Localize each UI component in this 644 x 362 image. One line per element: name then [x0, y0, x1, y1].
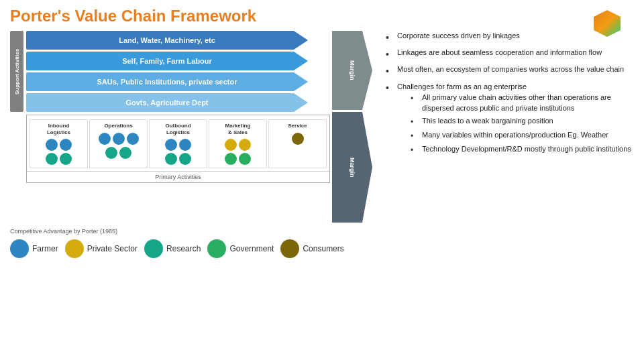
sub-bullet-text-2: This leads to a weak bargaining position: [422, 116, 634, 128]
activity-inbound: InboundLogistics: [30, 119, 88, 168]
logo-area: [594, 10, 627, 44]
legend-item-private: Private Sector: [65, 239, 138, 258]
legend-item-govt: Government: [207, 239, 274, 258]
logo-hexagon: [594, 10, 621, 37]
circle-research: [46, 153, 58, 165]
sub-bullet-3: • Many variables within operations/produ…: [411, 130, 634, 142]
sub-bullet-text-1: All primary value chain activities other…: [422, 93, 634, 114]
support-row-self: Self, Family, Farm Labour: [26, 52, 308, 70]
circle-farmer: [127, 133, 139, 145]
support-rows: Land, Water, Machinery, etc Self, Family…: [26, 31, 330, 112]
legend-item-research: Research: [144, 239, 201, 258]
primary-label: Primary Activities: [27, 171, 329, 182]
legend-label-farmer: Farmer: [32, 244, 58, 253]
margin-bottom: Margin: [332, 112, 372, 223]
bullet-text-4: Challenges for farm as an ag enterprise: [397, 82, 527, 90]
margin-section: Margin Margin: [332, 31, 372, 223]
primary-activities-box: InboundLogistics: [26, 115, 330, 183]
legend-label-private: Private Sector: [87, 244, 138, 253]
sub-bullet-1: • All primary value chain activities oth…: [411, 93, 634, 114]
bullet-text-2: Linkages are about seamless cooperation …: [397, 48, 634, 62]
spacer: [10, 115, 23, 183]
circle-farmer: [99, 133, 111, 145]
legend-circle-consumer: [280, 239, 299, 258]
sub-bullet-text-3: Many variables within operations/product…: [422, 130, 634, 142]
activity-marketing: Marketing& Sales: [209, 119, 267, 168]
circle-govt: [239, 153, 251, 165]
circle-research: [179, 153, 191, 165]
support-row-saus: SAUs, Public Institutions, private secto…: [26, 72, 308, 91]
circle-research: [105, 147, 117, 159]
circle-research: [60, 153, 72, 165]
legend-label-consumer: Consumers: [303, 244, 343, 253]
legend: Competitive Advantage by Porter (1985) F…: [10, 228, 372, 258]
circle-farmer: [113, 133, 125, 145]
legend-title: Competitive Advantage by Porter (1985): [10, 228, 372, 235]
sub-bullets: • All primary value chain activities oth…: [411, 93, 634, 156]
circle-private: [239, 139, 251, 151]
circle-private: [225, 139, 237, 151]
circle-govt: [225, 153, 237, 165]
circle-consumer: [292, 133, 304, 145]
circle-farmer: [60, 139, 72, 151]
support-label: Support Activities: [10, 31, 23, 112]
legend-label-research: Research: [166, 244, 201, 253]
legend-label-govt: Government: [229, 244, 274, 253]
circle-farmer: [179, 139, 191, 151]
legend-circle-private: [65, 239, 84, 258]
bullet-2: • Linkages are about seamless cooperatio…: [386, 48, 634, 62]
legend-circle-farmer: [10, 239, 29, 258]
circle-research: [165, 153, 177, 165]
support-row-govts: Govts, Agriculture Dept: [26, 93, 308, 112]
right-panel: • Corporate success driven by linkages •…: [379, 31, 634, 355]
bullet-4: • Challenges for farm as an ag enterpris…: [386, 81, 634, 158]
legend-circle-research: [144, 239, 163, 258]
activity-outbound: OutboundLogistics: [149, 119, 207, 168]
circle-farmer: [165, 139, 177, 151]
left-panel: Support Activities Land, Water, Machiner…: [10, 31, 372, 355]
legend-item-consumer: Consumers: [280, 239, 343, 258]
legend-items: Farmer Private Sector Research Governmen…: [10, 239, 372, 258]
legend-circle-govt: [207, 239, 226, 258]
sub-bullet-text-4: Technology Development/R&D mostly throug…: [422, 144, 634, 156]
sub-bullet-4: • Technology Development/R&D mostly thro…: [411, 144, 634, 156]
margin-top: Margin: [332, 31, 372, 110]
bullet-text-3: Most often, an ecosystem of companies wo…: [397, 64, 634, 78]
sub-bullet-2: • This leads to a weak bargaining positi…: [411, 116, 634, 128]
bullet-3: • Most often, an ecosystem of companies …: [386, 64, 634, 78]
support-row-land: Land, Water, Machinery, etc: [26, 31, 308, 50]
page: Porter's Value Chain Framework Support A…: [0, 0, 644, 362]
activity-operations: Operations: [89, 119, 148, 168]
legend-item-farmer: Farmer: [10, 239, 58, 258]
page-title: Porter's Value Chain Framework: [10, 7, 634, 25]
circle-research: [119, 147, 131, 159]
activity-service: Service: [268, 119, 327, 168]
circle-farmer: [46, 139, 58, 151]
